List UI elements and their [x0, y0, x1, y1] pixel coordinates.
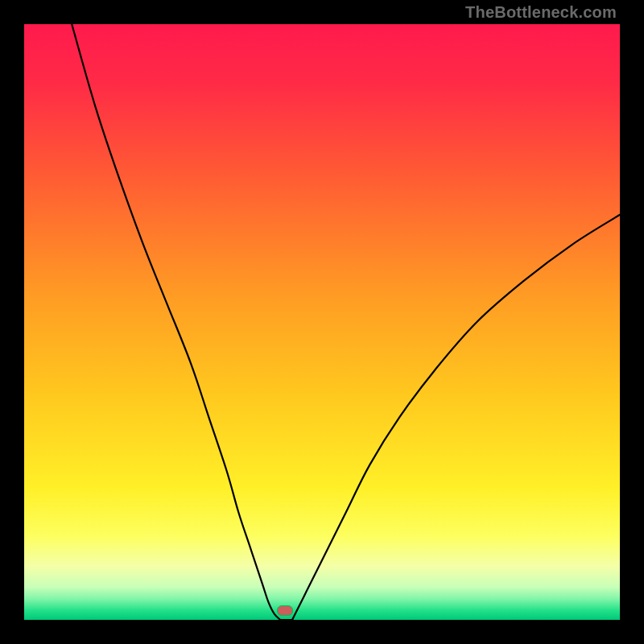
watermark-text: TheBottleneck.com — [465, 3, 617, 22]
optimal-point-marker — [277, 605, 293, 616]
plot-area — [24, 24, 620, 620]
chart-frame: TheBottleneck.com — [0, 0, 644, 644]
bottleneck-curve — [24, 24, 620, 620]
